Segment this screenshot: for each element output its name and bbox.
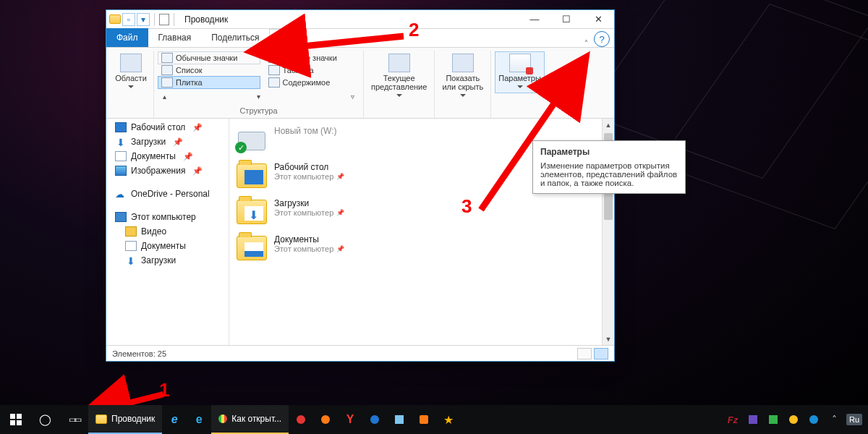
options-icon [509,54,531,72]
panes-button[interactable]: Области [111,52,151,93]
scroll-down-icon[interactable]: ▼ [603,333,614,345]
nav-pane[interactable]: Рабочий стол📌 Загрузки📌 Документы📌 Изобр… [106,119,229,345]
nav-documents-pc[interactable]: Документы [114,239,226,253]
taskbar-app-notes[interactable] [387,405,412,434]
chrome-icon [218,414,227,423]
nav-documents[interactable]: Документы📌 [114,149,226,163]
taskview-button[interactable] [59,405,88,434]
layout-tiles[interactable]: Плитка [158,77,260,88]
taskbar-app-orange[interactable] [412,405,436,434]
taskbar-app-blue[interactable] [362,405,387,434]
scroll-up-icon[interactable]: ▴ [163,93,166,101]
onedrive-icon [115,189,127,199]
current-view-button[interactable]: Текущее представление [368,52,430,101]
tray-chevron[interactable]: ˄ [825,405,843,434]
nav-desktop[interactable]: Рабочий стол📌 [114,120,226,135]
nav-onedrive[interactable]: OneDrive - Personal [114,187,226,201]
app-icon [395,415,404,424]
nav-pictures[interactable]: Изображения📌 [114,163,226,178]
layout-table[interactable]: Таблица [265,64,359,76]
tab-file[interactable]: Файл [106,28,148,47]
tray-filezilla[interactable]: Fz [723,405,742,434]
status-bar: Элементов: 25 [106,345,614,361]
firefox-icon [321,415,330,424]
tray-app[interactable] [804,405,823,434]
layout-list[interactable]: Список [158,64,260,76]
taskbar-ie[interactable]: e [162,405,187,434]
tab-share[interactable]: Поделиться [201,28,269,47]
ribbon-tabs: Файл Главная Поделиться Вид ˄ ? [106,29,614,48]
documents-icon [115,151,127,161]
svg-rect-4 [17,414,22,419]
taskbar-opera[interactable] [289,405,313,434]
taskbar-edge[interactable]: e [187,405,211,434]
opera-icon [297,415,305,424]
minimize-button[interactable]: — [519,10,550,29]
collapse-ribbon-icon[interactable]: ˄ [584,39,588,47]
downloads-icon [115,137,127,147]
nav-thispc[interactable]: Этот компьютер [114,210,226,224]
nav-downloads[interactable]: Загрузки📌 [114,135,226,149]
layout-content[interactable]: Содержимое [265,77,359,88]
app-icon [809,415,818,424]
nav-videos[interactable]: Видео [114,224,226,239]
file-documents[interactable]: ДокументыЭтот компьютер [234,230,429,266]
scroll-up-icon[interactable]: ▲ [603,119,614,131]
view-details-button[interactable] [577,348,592,359]
file-desktop[interactable]: Рабочий столЭтот компьютер [234,158,429,194]
search-button[interactable] [30,405,59,434]
pin-icon: 📌 [183,152,193,161]
start-button[interactable] [1,405,30,434]
annotation-2: 2 [409,19,419,41]
pin-icon: 📌 [192,123,203,132]
quick-access-toolbar: ▫ ▾ [106,13,180,26]
app-icon [370,415,379,424]
layout-small[interactable]: Мелкие значки [265,52,359,64]
file-drive[interactable]: Новый том (W:) [234,122,429,158]
options-button[interactable]: Параметры [495,52,544,93]
ribbon-group-options: Параметры [491,51,548,118]
show-hide-button[interactable]: Показать или скрыть [439,52,486,101]
expand-icon[interactable]: ▿ [351,93,354,101]
file-downloads[interactable]: ⬇ ЗагрузкиЭтот компьютер [234,194,429,230]
downloads-icon [125,255,137,265]
pin-icon: 📌 [173,137,183,147]
taskbar-yandex[interactable]: Y [338,405,362,434]
taskbar: Проводник e e Как открыт... Y ★ Fz ˄ Ru [0,405,868,434]
scroll-down-icon[interactable]: ▾ [257,93,260,101]
separator [154,13,155,26]
tray-app[interactable] [784,405,803,434]
close-button[interactable]: ✕ [582,10,614,29]
svg-rect-5 [10,420,15,425]
tray-app[interactable] [764,405,783,434]
window-controls: — ☐ ✕ [519,10,614,29]
help-button[interactable]: ? [594,31,610,47]
tab-home[interactable]: Главная [148,28,202,47]
tray-app[interactable] [744,405,762,434]
taskbar-firefox[interactable] [313,405,338,434]
taskbar-chrome-tab[interactable]: Как открыт... [211,405,289,434]
svg-line-0 [120,394,163,405]
tray-language[interactable]: Ru [845,405,864,434]
taskbar-app-star[interactable]: ★ [436,405,461,434]
nav-downloads-pc[interactable]: Загрузки [114,253,226,268]
view-tiles-button[interactable] [594,348,608,359]
app-icon [789,415,798,424]
tab-view[interactable]: Вид [269,29,307,48]
qat-button[interactable]: ▫ [122,13,135,26]
layout-normal[interactable]: Обычные значки [158,52,260,64]
qat-down-icon[interactable]: ▾ [137,13,150,26]
annotation-1: 1 [159,379,169,401]
tooltip-body: Изменение параметров открытия элементов,… [540,161,678,187]
current-view-icon [388,54,410,72]
drive-icon [237,127,267,152]
folder-icon: ⬇ [237,200,267,224]
maximize-button[interactable]: ☐ [550,10,582,29]
options-tooltip: Параметры Изменение параметров открытия … [532,140,686,194]
documents-icon [125,241,137,251]
taskbar-explorer[interactable]: Проводник [88,405,162,434]
ribbon-group-layout: Обычные значки Мелкие значки Список Табл… [154,51,364,118]
show-hide-label: Показать или скрыть [442,74,483,91]
app-icon [420,415,428,424]
panes-icon [120,54,142,72]
